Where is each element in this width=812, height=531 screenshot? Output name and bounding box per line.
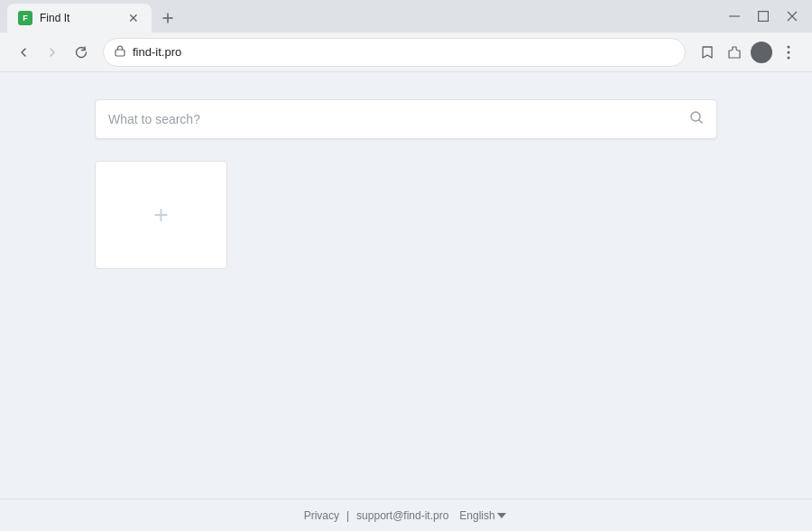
tab-close-button[interactable]: ✕ [126,11,141,25]
tab-favicon: F [18,11,32,25]
page-footer: Privacy | support@find-it.pro English [0,498,812,531]
svg-rect-0 [759,12,769,22]
back-button[interactable] [11,40,36,65]
menu-button[interactable] [776,40,801,65]
maximize-button[interactable] [751,4,776,29]
footer-divider: | [346,509,349,522]
privacy-link[interactable]: Privacy [304,509,339,522]
address-bar[interactable]: find-it.pro [103,38,686,67]
forward-button[interactable] [40,40,65,65]
lock-icon [115,44,125,60]
minimize-button[interactable] [722,4,747,29]
page-content: What to search? + Privacy | [0,72,812,531]
profile-button[interactable] [749,40,774,65]
nav-bar: find-it.pro [0,33,812,72]
svg-point-3 [788,51,790,53]
reload-button[interactable] [69,40,94,65]
svg-point-4 [788,56,790,59]
window-controls [722,4,805,29]
extensions-button[interactable] [722,40,747,65]
new-tab-button[interactable] [155,5,180,31]
tab-title: Find It [40,12,119,24]
search-placeholder: What to search? [108,112,680,126]
bookmark-button[interactable] [695,40,720,65]
svg-point-2 [788,45,790,48]
language-selector[interactable]: English [459,509,508,522]
search-container: What to search? [95,99,717,139]
collections-area: + [95,161,717,269]
svg-rect-1 [115,50,125,56]
nav-actions [695,40,801,65]
tab-strip: F Find It ✕ [7,0,722,33]
main-area: What to search? + [0,72,812,498]
profile-avatar [751,42,772,63]
support-email-link[interactable]: support@find-it.pro [356,509,448,522]
language-dropdown[interactable]: English [459,509,508,522]
url-text: find-it.pro [133,45,674,59]
close-button[interactable] [780,4,805,29]
add-icon: + [153,200,168,229]
search-icon[interactable] [689,110,704,128]
add-collection-button[interactable]: + [95,161,227,269]
active-tab[interactable]: F Find It ✕ [7,4,152,33]
browser-frame: F Find It ✕ [0,0,812,531]
title-bar: F Find It ✕ [0,0,812,33]
search-box[interactable]: What to search? [95,99,717,139]
